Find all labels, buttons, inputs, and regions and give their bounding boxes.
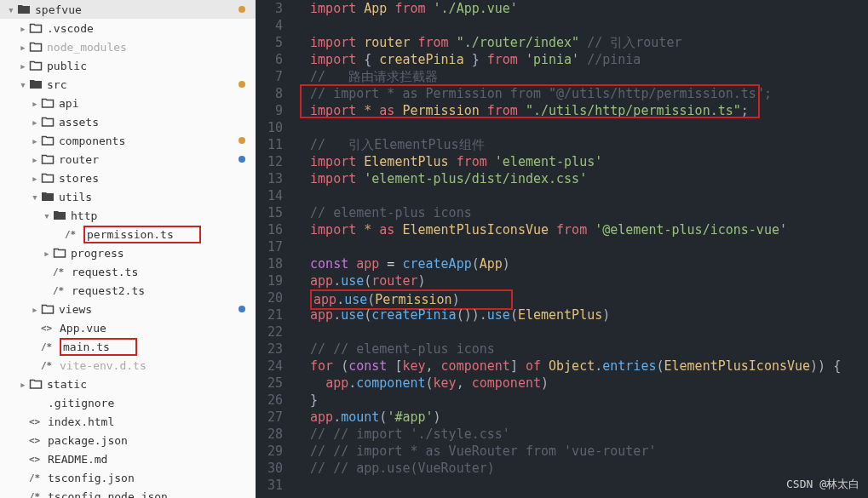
line-number: 15 (256, 204, 283, 221)
chevron-icon: ▾ (17, 78, 29, 91)
item-label: vite-env.d.ts (60, 359, 147, 372)
file-item[interactable]: /*vite-env.d.ts (0, 356, 256, 375)
item-label: api (59, 97, 78, 110)
folder-item[interactable]: ▸public (0, 56, 256, 75)
code-line[interactable]: import ElementPlus from 'element-plus' (295, 153, 868, 170)
chevron-icon: ▸ (29, 116, 41, 129)
folder-item[interactable]: ▾src (0, 75, 256, 94)
code-line[interactable]: app.use(createPinia()).use(ElementPlus) (295, 306, 868, 323)
file-item[interactable]: /*permission.ts (0, 225, 256, 243)
line-number: 18 (256, 255, 283, 272)
file-icon: <> (41, 323, 60, 334)
code-line[interactable]: import * as ElementPlusIconsVue from '@e… (295, 221, 868, 238)
code-line[interactable]: // 路由请求拦截器 (295, 68, 868, 85)
code-line[interactable]: app.use(router) (295, 272, 868, 289)
line-number: 22 (256, 323, 283, 341)
file-item[interactable]: /*tsconfig.node.json (0, 487, 256, 498)
line-number: 10 (256, 119, 283, 136)
file-icon: /* (65, 229, 83, 240)
line-number: 12 (256, 153, 283, 170)
code-line[interactable] (295, 187, 868, 204)
item-label: package.json (48, 434, 128, 447)
code-line[interactable] (295, 238, 868, 255)
line-number: 14 (256, 187, 283, 204)
code-line[interactable]: import App from './App.vue' (295, 0, 868, 17)
file-item[interactable]: /*main.ts (0, 337, 256, 356)
code-line[interactable] (295, 119, 868, 136)
file-explorer[interactable]: ▾spefvue▸.vscode▸node_modules▸public▾src… (0, 0, 256, 498)
code-editor[interactable]: 3456789101112131415161718192021222324252… (256, 0, 868, 498)
folder-item[interactable]: ▸node_modules (0, 37, 256, 56)
folder-item[interactable]: ▾utils (0, 187, 256, 206)
file-item[interactable]: /*request2.ts (0, 281, 256, 300)
modified-dot (239, 156, 245, 163)
item-label: views (59, 303, 92, 316)
item-label: static (47, 378, 87, 391)
folder-item[interactable]: ▸stores (0, 169, 256, 187)
code-line[interactable] (295, 477, 868, 494)
folder-item[interactable]: ▸api (0, 94, 256, 112)
line-number: 5 (256, 34, 283, 51)
line-number: 21 (256, 306, 283, 323)
item-label: assets (59, 116, 99, 129)
item-label: utils (59, 191, 92, 203)
code-line[interactable]: } (295, 392, 868, 409)
folder-item[interactable]: ▸.vscode (0, 19, 256, 37)
line-number: 26 (256, 392, 283, 409)
code-line[interactable]: import { createPinia } from 'pinia' //pi… (295, 51, 868, 68)
code-line[interactable]: import router from "./router/index" // 引… (295, 34, 868, 51)
file-item[interactable]: <>package.json (0, 431, 256, 449)
folder-item[interactable]: ▸static (0, 375, 256, 393)
file-item[interactable]: /*tsconfig.json (0, 468, 256, 487)
code-line[interactable]: app.use(Permission) (295, 289, 868, 306)
code-line[interactable]: for (const [key, component] of Object.en… (295, 358, 868, 375)
code-line[interactable] (295, 17, 868, 34)
item-label: main.ts (63, 341, 110, 353)
folder-item[interactable]: ▸components (0, 131, 256, 150)
file-icon: <> (29, 435, 48, 446)
folder-item[interactable]: ▾http (0, 206, 256, 225)
line-number: 3 (256, 0, 283, 17)
file-icon: <> (29, 416, 48, 427)
line-number: 24 (256, 358, 283, 375)
chevron-icon: ▸ (17, 60, 29, 72)
code-line[interactable]: const app = createApp(App) (295, 255, 868, 272)
line-number: 29 (256, 443, 283, 460)
code-line[interactable]: // // import './style.css' (295, 426, 868, 443)
folder-item[interactable]: ▾spefvue (0, 0, 256, 19)
code-line[interactable]: // // app.use(VueRouter) (295, 460, 868, 477)
line-number: 30 (256, 460, 283, 477)
file-icon: /* (29, 472, 48, 484)
code-line[interactable]: // // import * as VueRouter from 'vue-ro… (295, 443, 868, 460)
code-line[interactable]: app.mount('#app') (295, 409, 868, 426)
line-number: 25 (256, 375, 283, 392)
watermark: CSDN @林太白 (786, 476, 859, 493)
code-line[interactable] (295, 323, 868, 341)
folder-item[interactable]: ▸progress (0, 243, 256, 262)
code-line[interactable]: // 引入ElementPlus组件 (295, 136, 868, 153)
chevron-icon: ▸ (41, 247, 53, 260)
folder-item[interactable]: ▸views (0, 300, 256, 318)
file-item[interactable]: <>index.html (0, 412, 256, 431)
file-item[interactable]: <>App.vue (0, 318, 256, 337)
code-line[interactable]: // // element-plus icons (295, 341, 868, 358)
folder-item[interactable]: ▸assets (0, 112, 256, 131)
code-line[interactable]: // import * as Permission from "@/utils/… (295, 85, 868, 102)
line-number: 31 (256, 477, 283, 494)
file-item[interactable]: <>README.md (0, 449, 256, 468)
item-label: http (71, 209, 97, 222)
chevron-icon: ▸ (29, 303, 41, 316)
folder-item[interactable]: ▸router (0, 150, 256, 169)
file-icon: /* (29, 491, 48, 499)
file-item[interactable]: /*request.ts (0, 262, 256, 281)
item-label: stores (59, 172, 99, 185)
code-line[interactable]: // element-plus icons (295, 204, 868, 221)
file-icon: /* (41, 360, 60, 371)
code-line[interactable]: import 'element-plus/dist/index.css' (295, 170, 868, 187)
item-label: request.ts (72, 266, 138, 278)
code-line[interactable]: import * as Permission from "./utils/htt… (295, 102, 868, 119)
code-line[interactable]: app.component(key, component) (295, 375, 868, 392)
file-item[interactable]: .gitignore (0, 393, 256, 412)
modified-dot (239, 137, 245, 144)
code-area[interactable]: CSDN @林太白 import App from './App.vue' im… (295, 0, 868, 498)
